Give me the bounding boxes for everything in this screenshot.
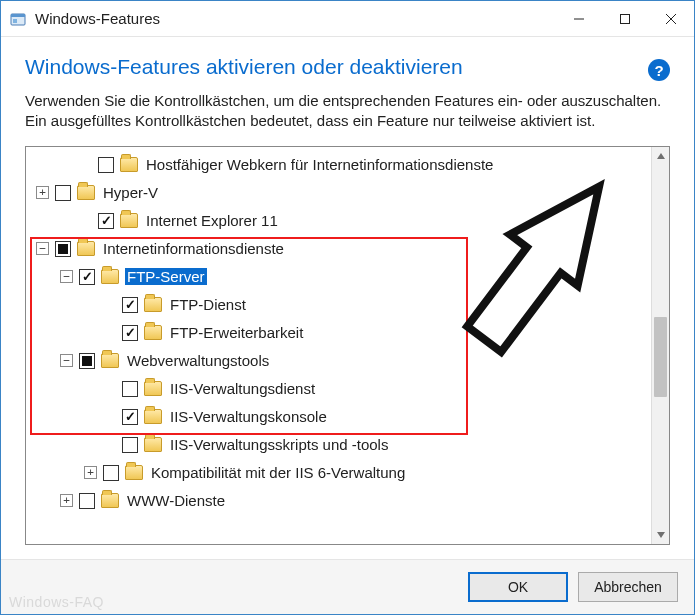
tree-item-label[interactable]: WWW-Dienste — [125, 492, 227, 509]
app-icon — [9, 10, 27, 28]
maximize-button[interactable] — [602, 2, 648, 36]
tree-row[interactable]: +WWW-Dienste — [26, 487, 651, 515]
feature-tree-container: Hostfähiger Webkern für Internetinformat… — [25, 146, 670, 546]
collapse-icon[interactable]: − — [60, 270, 73, 283]
expand-icon[interactable]: + — [60, 494, 73, 507]
tree-item-label[interactable]: IIS-Verwaltungskonsole — [168, 408, 329, 425]
folder-icon — [101, 269, 119, 284]
svg-rect-1 — [11, 14, 25, 17]
feature-checkbox[interactable] — [79, 269, 95, 285]
close-button[interactable] — [648, 2, 694, 36]
tree-item-label[interactable]: Internet Explorer 11 — [144, 212, 280, 229]
tree-item-label[interactable]: Hostfähiger Webkern für Internetinformat… — [144, 156, 495, 173]
content-area: Windows-Features aktivieren oder deaktiv… — [1, 37, 694, 559]
scroll-thumb[interactable] — [654, 317, 667, 397]
tree-row[interactable]: Internet Explorer 11 — [26, 207, 651, 235]
svg-marker-8 — [657, 532, 665, 538]
folder-icon — [144, 325, 162, 340]
feature-checkbox[interactable] — [122, 437, 138, 453]
tree-row[interactable]: IIS-Verwaltungskonsole — [26, 403, 651, 431]
tree-row[interactable]: −FTP-Server — [26, 263, 651, 291]
folder-icon — [101, 353, 119, 368]
page-title: Windows-Features aktivieren oder deaktiv… — [25, 55, 648, 79]
scrollbar[interactable] — [651, 147, 669, 545]
folder-icon — [144, 409, 162, 424]
feature-checkbox[interactable] — [98, 213, 114, 229]
scroll-down-button[interactable] — [652, 526, 669, 544]
feature-checkbox[interactable] — [103, 465, 119, 481]
tree-item-label[interactable]: Internetinformationsdienste — [101, 240, 286, 257]
expand-icon[interactable]: + — [36, 186, 49, 199]
feature-checkbox[interactable] — [122, 381, 138, 397]
feature-checkbox[interactable] — [79, 353, 95, 369]
folder-icon — [120, 157, 138, 172]
tree-row[interactable]: IIS-Verwaltungsdienst — [26, 375, 651, 403]
ok-button[interactable]: OK — [468, 572, 568, 602]
tree-row[interactable]: +Hyper-V — [26, 179, 651, 207]
feature-checkbox[interactable] — [122, 325, 138, 341]
feature-checkbox[interactable] — [122, 409, 138, 425]
feature-tree[interactable]: Hostfähiger Webkern für Internetinformat… — [26, 147, 651, 545]
tree-item-label[interactable]: Kompatibilität mit der IIS 6-Verwaltung — [149, 464, 407, 481]
svg-marker-7 — [657, 153, 665, 159]
tree-item-label[interactable]: Webverwaltungstools — [125, 352, 271, 369]
tree-row[interactable]: −Internetinformationsdienste — [26, 235, 651, 263]
folder-icon — [144, 381, 162, 396]
tree-row[interactable]: +Kompatibilität mit der IIS 6-Verwaltung — [26, 459, 651, 487]
dialog-button-bar: OK Abbrechen — [1, 559, 694, 614]
collapse-icon[interactable]: − — [36, 242, 49, 255]
tree-row[interactable]: Hostfähiger Webkern für Internetinformat… — [26, 151, 651, 179]
tree-item-label[interactable]: FTP-Dienst — [168, 296, 248, 313]
folder-icon — [120, 213, 138, 228]
tree-row[interactable]: −Webverwaltungstools — [26, 347, 651, 375]
feature-checkbox[interactable] — [98, 157, 114, 173]
svg-rect-2 — [13, 19, 17, 23]
feature-checkbox[interactable] — [55, 241, 71, 257]
folder-icon — [144, 437, 162, 452]
folder-icon — [77, 185, 95, 200]
window-title: Windows-Features — [35, 10, 160, 27]
expand-icon[interactable]: + — [84, 466, 97, 479]
titlebar: Windows-Features — [1, 1, 694, 37]
feature-checkbox[interactable] — [55, 185, 71, 201]
folder-icon — [125, 465, 143, 480]
tree-item-label[interactable]: IIS-Verwaltungsdienst — [168, 380, 317, 397]
collapse-icon[interactable]: − — [60, 354, 73, 367]
tree-item-label[interactable]: FTP-Erweiterbarkeit — [168, 324, 305, 341]
description-text: Verwenden Sie die Kontrollkästchen, um d… — [25, 91, 670, 132]
folder-icon — [77, 241, 95, 256]
tree-row[interactable]: IIS-Verwaltungsskripts und -tools — [26, 431, 651, 459]
svg-rect-4 — [621, 14, 630, 23]
watermark-text: Windows-FAQ — [9, 594, 104, 610]
tree-row[interactable]: FTP-Erweiterbarkeit — [26, 319, 651, 347]
tree-item-label[interactable]: Hyper-V — [101, 184, 160, 201]
folder-icon — [144, 297, 162, 312]
folder-icon — [101, 493, 119, 508]
minimize-button[interactable] — [556, 2, 602, 36]
tree-item-label[interactable]: FTP-Server — [125, 268, 207, 285]
feature-checkbox[interactable] — [122, 297, 138, 313]
help-icon[interactable]: ? — [648, 59, 670, 81]
cancel-button[interactable]: Abbrechen — [578, 572, 678, 602]
tree-row[interactable]: FTP-Dienst — [26, 291, 651, 319]
scroll-up-button[interactable] — [652, 147, 669, 165]
feature-checkbox[interactable] — [79, 493, 95, 509]
windows-features-dialog: Windows-Features Windows-Features aktivi… — [0, 0, 695, 615]
tree-item-label[interactable]: IIS-Verwaltungsskripts und -tools — [168, 436, 390, 453]
